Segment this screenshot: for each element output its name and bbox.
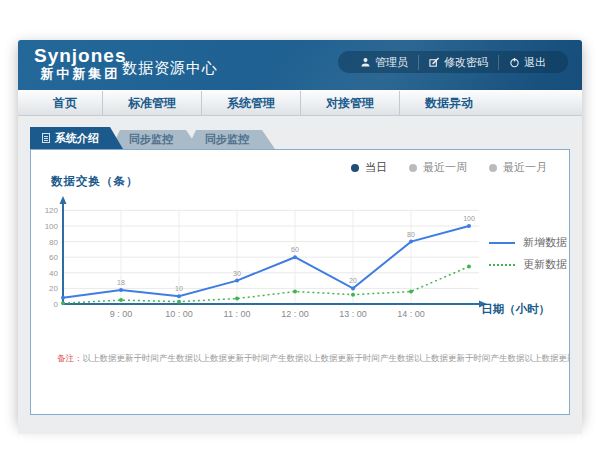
x-axis-title: 日期（小时） <box>481 302 550 317</box>
chart-legend: 新增数据 更新数据 <box>489 228 567 279</box>
document-icon <box>42 133 50 143</box>
svg-text:100: 100 <box>45 222 59 231</box>
radio-last-month[interactable]: 最近一月 <box>489 160 547 175</box>
radio-dot-icon <box>489 164 497 172</box>
svg-text:13 : 00: 13 : 00 <box>339 309 367 319</box>
svg-text:120: 120 <box>45 206 59 215</box>
user-menu: 管理员 修改密码 退出 <box>338 51 568 73</box>
tab-sync-monitor-1[interactable]: 同步监控 <box>111 130 199 149</box>
y-axis-title: 数据交换（条） <box>51 174 139 189</box>
power-icon <box>509 57 520 68</box>
radio-today-label: 当日 <box>365 160 387 175</box>
tab-bar: 系统介绍 同步监控 同步监控 <box>30 127 582 149</box>
main-nav: 首页 标准管理 系统管理 对接管理 数据异动 <box>18 90 582 116</box>
svg-text:0: 0 <box>54 300 59 309</box>
radio-last-month-label: 最近一月 <box>503 160 547 175</box>
user-menu-change-password[interactable]: 修改密码 <box>418 55 498 70</box>
chart-panel: 当日 最近一周 最近一月 数据交换（条） 0204060801001209 : … <box>30 149 570 415</box>
page-title: 数据资源中心 <box>122 59 218 78</box>
app-window: Synjones 新中新集团 数据资源中心 管理员 修改密码 <box>18 40 582 424</box>
radio-dot-icon <box>409 164 417 172</box>
user-menu-admin[interactable]: 管理员 <box>350 55 418 70</box>
tab-system-intro[interactable]: 系统介绍 <box>30 127 123 149</box>
line-chart: 0204060801001209 : 0010 : 0011 : 0012 : … <box>43 192 513 332</box>
tab-sync-monitor-1-label: 同步监控 <box>129 133 173 145</box>
radio-today[interactable]: 当日 <box>351 160 387 175</box>
footer-note-prefix: 备注： <box>57 353 83 363</box>
svg-text:80: 80 <box>407 231 415 238</box>
svg-text:80: 80 <box>49 238 58 247</box>
radio-dot-icon <box>351 164 359 172</box>
nav-item-system-mgmt[interactable]: 系统管理 <box>201 91 300 115</box>
tab-sync-monitor-2-label: 同步监控 <box>205 133 249 145</box>
user-menu-admin-label: 管理员 <box>375 55 408 70</box>
svg-text:9 : 00: 9 : 00 <box>110 309 133 319</box>
svg-text:60: 60 <box>291 246 299 253</box>
page: Synjones 新中新集团 数据资源中心 管理员 修改密码 <box>0 0 600 450</box>
nav-item-data-change[interactable]: 数据异动 <box>399 91 498 115</box>
user-menu-logout[interactable]: 退出 <box>498 55 556 70</box>
svg-text:20: 20 <box>349 277 357 284</box>
legend-item-updated-data: 更新数据 <box>489 257 567 272</box>
svg-text:20: 20 <box>49 284 58 293</box>
svg-text:12 : 00: 12 : 00 <box>281 309 309 319</box>
svg-text:100: 100 <box>463 215 475 222</box>
nav-item-interface-mgmt[interactable]: 对接管理 <box>300 91 399 115</box>
legend-line-solid-icon <box>489 242 515 244</box>
svg-text:18: 18 <box>117 279 125 286</box>
svg-text:10: 10 <box>175 285 183 292</box>
tab-system-intro-label: 系统介绍 <box>55 127 99 149</box>
svg-text:40: 40 <box>49 269 58 278</box>
radio-last-week[interactable]: 最近一周 <box>409 160 467 175</box>
legend-new-data-label: 新增数据 <box>523 235 567 250</box>
company-logo: Synjones 新中新集团 <box>34 46 126 82</box>
svg-text:30: 30 <box>233 270 241 277</box>
svg-text:11 : 00: 11 : 00 <box>224 309 251 319</box>
user-menu-logout-label: 退出 <box>524 55 546 70</box>
tab-sync-monitor-2[interactable]: 同步监控 <box>187 130 275 149</box>
svg-text:14 : 00: 14 : 00 <box>397 309 425 319</box>
footer-note-text: 以上数据更新于时间产生数据以上数据更新于时间产生数据以上数据更新于时间产生数据以… <box>83 353 571 363</box>
svg-text:10 : 00: 10 : 00 <box>165 309 193 319</box>
user-icon <box>360 57 371 68</box>
radio-last-week-label: 最近一周 <box>423 160 467 175</box>
logo-text-en: Synjones <box>34 46 126 66</box>
logo-text-cn: 新中新集团 <box>34 66 126 82</box>
legend-item-new-data: 新增数据 <box>489 235 567 250</box>
time-range-filter: 当日 最近一周 最近一月 <box>351 160 547 175</box>
user-menu-change-password-label: 修改密码 <box>444 55 488 70</box>
edit-icon <box>429 57 440 68</box>
nav-item-standard-mgmt[interactable]: 标准管理 <box>102 91 201 115</box>
content-area: 系统介绍 同步监控 同步监控 当日 最近一周 <box>18 127 582 434</box>
nav-item-home[interactable]: 首页 <box>28 91 102 115</box>
footer-note: 备注：以上数据更新于时间产生数据以上数据更新于时间产生数据以上数据更新于时间产生… <box>57 353 570 365</box>
legend-line-dotted-icon <box>489 264 515 266</box>
legend-updated-data-label: 更新数据 <box>523 257 567 272</box>
app-header: Synjones 新中新集团 数据资源中心 管理员 修改密码 <box>18 40 582 90</box>
svg-text:60: 60 <box>49 253 58 262</box>
